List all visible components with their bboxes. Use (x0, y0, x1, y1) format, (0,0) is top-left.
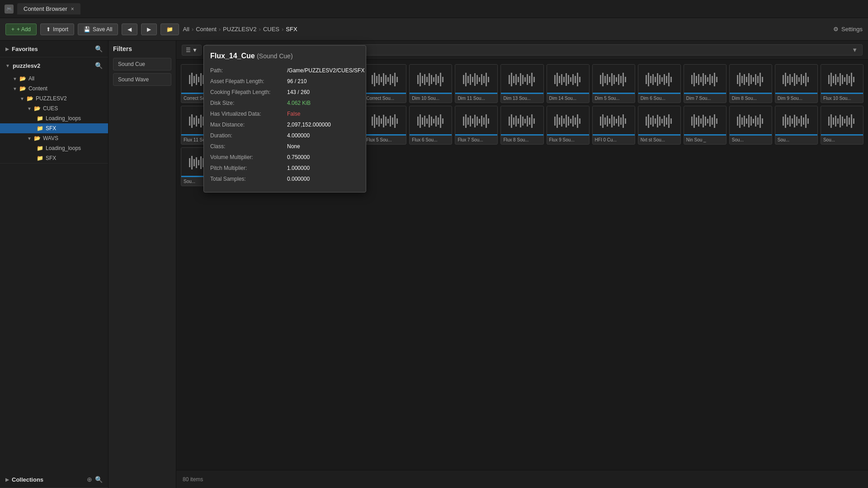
asset-card[interactable]: Nxt st Sou... (638, 106, 681, 145)
svg-rect-160 (792, 77, 793, 82)
tooltip-samples: 0.000000 (287, 175, 310, 183)
asset-card[interactable]: Flux 7 Sou... (455, 106, 498, 145)
asset-card[interactable]: Correct Sou... (363, 64, 406, 103)
content-browser-tab[interactable]: Content Browser × (17, 3, 80, 14)
collections-search-icon[interactable]: 🔍 (95, 476, 103, 483)
svg-rect-67 (433, 77, 434, 82)
svg-rect-57 (392, 76, 393, 83)
favorites-arrow: ▶ (5, 47, 9, 52)
svg-rect-288 (600, 117, 601, 126)
asset-card[interactable]: Flux 6 Sou... (409, 106, 452, 145)
asset-card[interactable]: Flux 10 Sou... (821, 64, 863, 103)
svg-rect-293 (611, 115, 613, 127)
tree-item-all[interactable]: ▼ 📂 All (0, 74, 108, 84)
collections-add-icon[interactable]: ⊕ (87, 476, 92, 483)
svg-rect-244 (426, 118, 428, 124)
asset-card[interactable]: Dim 6 Sou... (638, 64, 681, 103)
svg-rect-122 (650, 76, 651, 83)
asset-card[interactable]: Flux 8 Sou... (500, 106, 543, 145)
tree-item-loading-loops-wavs[interactable]: 📁 Loading_loops (0, 143, 108, 153)
asset-card[interactable]: Sou... (775, 106, 818, 145)
tree-item-sfx-wavs[interactable]: 📁 SFX (0, 153, 108, 163)
svg-rect-334 (760, 114, 761, 128)
tree-item-sfx-cues[interactable]: 📁 SFX (0, 123, 108, 133)
tree-item-loading-loops-cues[interactable]: 📁 Loading_loops (0, 113, 108, 123)
asset-card[interactable]: Sou... (821, 106, 863, 145)
favorites-header[interactable]: ▶ Favorites 🔍 (0, 41, 108, 57)
tree-item-puzzlesv2[interactable]: ▼ 📂 PUZZLESV2 (0, 94, 108, 103)
asset-card[interactable]: Sou... (729, 106, 772, 145)
svg-rect-56 (390, 74, 391, 85)
svg-rect-94 (531, 73, 533, 86)
save-all-button[interactable]: 💾 Save All (78, 23, 118, 35)
filter-sound-wave[interactable]: Sound Wave (113, 73, 171, 86)
svg-rect-263 (488, 118, 489, 124)
asset-card[interactable]: Dim 8 Sou... (729, 64, 772, 103)
asset-card[interactable]: Dim 11 Sou... (455, 64, 498, 103)
svg-rect-360 (189, 158, 190, 167)
search-dropdown-button[interactable]: ▼ (852, 47, 858, 53)
asset-card[interactable]: Dim 7 Sou... (684, 64, 726, 103)
asset-card-nin[interactable]: Nin Sou _ (684, 106, 726, 145)
svg-rect-280 (563, 118, 565, 124)
svg-rect-112 (609, 77, 610, 82)
asset-card[interactable]: Dim 14 Sou... (547, 64, 590, 103)
svg-rect-48 (372, 75, 373, 84)
filter-toggle-button[interactable]: ☰ ▼ (182, 45, 202, 56)
svg-rect-176 (846, 74, 848, 85)
svg-rect-338 (787, 117, 788, 125)
svg-rect-229 (374, 114, 375, 128)
svg-rect-364 (198, 160, 199, 165)
svg-rect-125 (657, 73, 658, 86)
svg-rect-304 (655, 118, 656, 124)
svg-rect-50 (376, 76, 377, 83)
nav-back-button[interactable]: ◀ (122, 23, 137, 35)
svg-rect-79 (479, 77, 480, 82)
asset-tooltip: Flux_14_Cue (Sound Cue) Path: /Game/PUZZ… (203, 45, 366, 192)
tree-item-cues[interactable]: ▼ 📂 CUES (0, 103, 108, 113)
tree-item-content[interactable]: ▼ 📂 Content (0, 84, 108, 94)
asset-card[interactable]: Dim 10 Sou... (409, 64, 452, 103)
filter-sound-cue[interactable]: Sound Cue (113, 58, 171, 70)
svg-rect-278 (559, 117, 560, 125)
settings-button[interactable]: ⚙ Settings (833, 26, 863, 33)
favorites-section: ▶ Favorites 🔍 (0, 41, 108, 57)
svg-rect-330 (750, 117, 752, 126)
svg-rect-51 (378, 74, 380, 85)
svg-rect-321 (712, 117, 713, 125)
collections-header[interactable]: ▶ Collections ⊕ 🔍 (0, 471, 108, 488)
svg-rect-60 (417, 75, 419, 84)
svg-rect-299 (625, 118, 626, 124)
add-button[interactable]: + + Add (5, 23, 37, 35)
project-search-icon[interactable]: 🔍 (95, 62, 103, 69)
asset-card[interactable]: HFI 0 Cu... (592, 106, 635, 145)
import-button[interactable]: ⬆ Import (40, 23, 74, 35)
asset-card[interactable]: Dim 9 Sou... (775, 64, 818, 103)
breadcrumb-cues[interactable]: CUES (263, 26, 279, 33)
svg-rect-243 (424, 116, 425, 127)
nav-forward-button[interactable]: ▶ (141, 23, 157, 35)
tree-item-wavs[interactable]: ▼ 📂 WAVS (0, 133, 108, 143)
svg-rect-245 (429, 115, 430, 127)
folder-icon: 📁 (37, 155, 43, 161)
project-header[interactable]: ▼ puzzlesv2 🔍 (0, 57, 108, 74)
folder-button[interactable]: 📁 (160, 23, 179, 35)
svg-rect-91 (524, 77, 526, 82)
breadcrumb-content[interactable]: Content (196, 26, 217, 33)
asset-card[interactable]: Flux 9 Sou... (547, 106, 590, 145)
close-tab-button[interactable]: × (71, 6, 74, 12)
svg-rect-267 (515, 116, 517, 127)
favorites-search-icon[interactable]: 🔍 (95, 45, 103, 52)
asset-card[interactable]: Dim 13 Sou... (500, 64, 543, 103)
svg-rect-80 (481, 74, 482, 85)
svg-rect-275 (533, 118, 535, 124)
breadcrumb-puzzlesv2[interactable]: PUZZLESV2 (223, 26, 256, 33)
asset-card[interactable]: Dim 5 Sou... (592, 64, 635, 103)
svg-rect-247 (433, 119, 434, 123)
svg-rect-68 (435, 74, 437, 85)
breadcrumb-all[interactable]: All (183, 26, 189, 33)
svg-rect-292 (609, 118, 610, 124)
svg-rect-261 (483, 117, 485, 125)
asset-card[interactable]: Flux 5 Sou... (363, 106, 406, 145)
folder-icon: 📁 (37, 125, 43, 131)
